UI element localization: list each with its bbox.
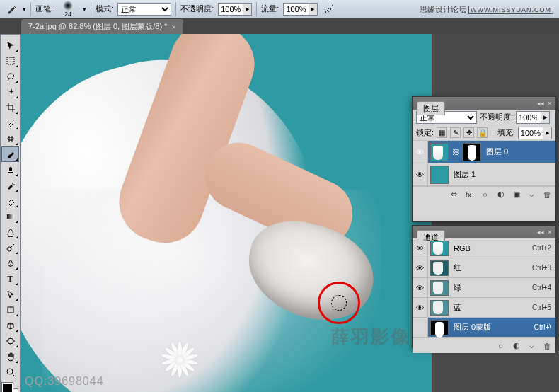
blur-tool[interactable] — [1, 224, 19, 240]
stamp-tool[interactable] — [1, 162, 19, 178]
lock-label: 锁定: — [416, 127, 434, 138]
channel-thumb — [430, 320, 449, 335]
chevron-left-icon[interactable]: ◂◂ — [537, 100, 544, 107]
channel-item[interactable]: 👁 绿 Ctrl+4 — [413, 278, 555, 298]
fill-input[interactable]: 100%▸ — [518, 127, 552, 139]
airbrush-icon[interactable] — [322, 2, 336, 16]
channel-name: 蓝 — [454, 302, 461, 313]
type-tool[interactable]: T — [1, 271, 19, 287]
top-watermark: 思缘设计论坛WWW.MISSYUAN.COM — [420, 4, 553, 15]
highlight-circle — [318, 282, 360, 324]
channel-thumb — [430, 241, 449, 256]
svg-point-3 — [7, 247, 11, 251]
layer-opacity-label: 不透明度: — [480, 112, 513, 122]
close-icon[interactable]: × — [546, 229, 553, 236]
close-icon[interactable]: × — [546, 100, 553, 107]
lock-all-icon[interactable]: 🔒 — [477, 127, 488, 138]
channel-item[interactable]: 图层 0蒙版 Ctrl+\ — [413, 318, 555, 338]
group-icon[interactable]: ▣ — [511, 190, 521, 199]
crop-tool[interactable] — [1, 100, 19, 115]
trash-icon[interactable]: 🗑 — [542, 342, 553, 350]
brush-tool[interactable] — [1, 146, 19, 162]
lock-brush-icon[interactable]: ✎ — [450, 127, 461, 138]
layer-thumb[interactable] — [430, 143, 449, 161]
healing-tool[interactable] — [1, 131, 19, 146]
pen-tool[interactable] — [1, 255, 19, 271]
shape-tool[interactable] — [1, 302, 19, 318]
adjustment-icon[interactable]: ◐ — [495, 190, 506, 199]
channel-item[interactable]: 👁 RGB Ctrl+2 — [413, 238, 555, 258]
channel-name: RGB — [454, 244, 471, 253]
visibility-icon[interactable]: 👁 — [413, 163, 428, 185]
brush-preview[interactable]: 24 — [57, 1, 79, 18]
layer-thumb[interactable] — [430, 166, 449, 184]
new-channel-icon[interactable]: ⌵ — [526, 341, 537, 350]
3d-camera-tool[interactable] — [1, 333, 19, 349]
layers-tab[interactable]: 图层 — [417, 101, 445, 115]
history-brush-tool[interactable] — [1, 178, 19, 193]
channel-item[interactable]: 👁 红 Ctrl+3 — [413, 258, 555, 278]
channel-name: 红 — [454, 263, 461, 273]
tool-palette: T — [0, 34, 21, 392]
blend-mode-select[interactable]: 正常 — [117, 3, 171, 16]
channel-shortcut: Ctrl+5 — [532, 304, 551, 311]
svg-point-5 — [8, 338, 13, 344]
lasso-tool[interactable] — [1, 69, 19, 84]
channel-thumb — [430, 280, 449, 296]
mask-thumb[interactable] — [463, 143, 481, 161]
lock-pixels-icon[interactable]: ▦ — [437, 127, 447, 138]
lock-move-icon[interactable]: ✥ — [463, 127, 474, 138]
layer-opacity-input[interactable]: 100%▸ — [516, 111, 550, 124]
hand-tool[interactable] — [1, 349, 19, 364]
load-selection-icon[interactable]: ○ — [495, 342, 506, 350]
channel-thumb — [430, 260, 449, 276]
visibility-icon[interactable]: 👁 — [413, 141, 428, 163]
move-tool[interactable] — [1, 38, 19, 53]
layers-list: 👁 ⛓ 图层 0 👁 图层 1 — [413, 141, 555, 186]
save-selection-icon[interactable]: ◐ — [511, 341, 521, 350]
wand-tool[interactable] — [1, 84, 19, 100]
3d-tool[interactable] — [1, 318, 19, 333]
gradient-tool[interactable] — [1, 209, 19, 224]
visibility-icon[interactable]: 👁 — [413, 298, 428, 317]
layer-item[interactable]: 👁 图层 1 — [413, 163, 555, 186]
channels-panel: ◂◂ × 通道 👁 RGB Ctrl+2 👁 红 Ctrl+3 👁 绿 Ctrl… — [412, 225, 556, 348]
tab-title: 7-2a.jpg @ 82.8% (图层 0, 图层蒙版/8) * — [28, 21, 167, 32]
new-layer-icon[interactable]: ⌵ — [526, 190, 537, 199]
zoom-tool[interactable] — [1, 364, 19, 380]
close-icon[interactable]: × — [171, 23, 175, 31]
opacity-input[interactable]: 100%▸ — [218, 3, 252, 16]
tool-preset-icon[interactable] — [4, 2, 18, 16]
document-tab[interactable]: 7-2a.jpg @ 82.8% (图层 0, 图层蒙版/8) * × — [21, 19, 183, 34]
document-image: QQ:39698044 薛羽影像 — [21, 34, 432, 392]
channel-item[interactable]: 👁 蓝 Ctrl+5 — [413, 298, 555, 318]
channel-shortcut: Ctrl+\ — [534, 323, 551, 331]
opacity-label: 不透明度: — [180, 4, 214, 14]
layer-name: 图层 1 — [454, 169, 476, 180]
svg-rect-2 — [7, 214, 14, 219]
channel-shortcut: Ctrl+4 — [532, 284, 551, 292]
path-select-tool[interactable] — [1, 287, 19, 302]
color-swatches[interactable] — [1, 382, 19, 392]
visibility-icon[interactable]: 👁 — [413, 278, 428, 297]
layer-item[interactable]: 👁 ⛓ 图层 0 — [413, 141, 555, 163]
marquee-tool[interactable] — [1, 53, 19, 69]
link-layers-icon[interactable]: ⇔ — [449, 190, 459, 199]
flow-input[interactable]: 100%▸ — [283, 3, 317, 16]
trash-icon[interactable]: 🗑 — [542, 190, 553, 199]
channel-shortcut: Ctrl+2 — [532, 244, 551, 252]
document-tab-bar: 7-2a.jpg @ 82.8% (图层 0, 图层蒙版/8) * × — [0, 18, 559, 34]
layers-footer: ⇔ fx. ○ ◐ ▣ ⌵ 🗑 — [413, 186, 555, 202]
eraser-tool[interactable] — [1, 193, 19, 209]
visibility-icon[interactable] — [413, 318, 428, 337]
mask-icon[interactable]: ○ — [480, 190, 490, 199]
svg-rect-1 — [8, 137, 13, 140]
photo-watermark: 薛羽影像 — [331, 325, 410, 350]
chevron-left-icon[interactable]: ◂◂ — [537, 229, 544, 236]
dodge-tool[interactable] — [1, 240, 19, 255]
visibility-icon[interactable]: 👁 — [413, 258, 428, 277]
link-icon[interactable]: ⛓ — [452, 148, 459, 156]
fx-icon[interactable]: fx. — [464, 190, 475, 199]
mode-label: 模式: — [96, 4, 113, 14]
eyedropper-tool[interactable] — [1, 115, 19, 131]
